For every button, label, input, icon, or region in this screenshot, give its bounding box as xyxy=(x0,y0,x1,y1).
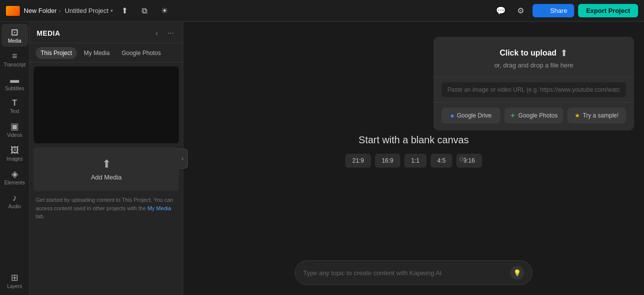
ar-btn-21-9[interactable]: 21:9 xyxy=(345,154,371,168)
upload-sources: ● Google Drive ✦ Google Photos ★ Try a s… xyxy=(433,103,634,130)
google-drive-label: Google Drive xyxy=(457,112,491,119)
upload-title: Click to upload xyxy=(500,49,557,58)
upload-drop-zone[interactable]: Click to upload ⬆ or, drag and drop a fi… xyxy=(433,37,634,77)
folder-name: New Folder xyxy=(24,7,56,14)
blank-canvas-cta: Start with a blank canvas 21:9 16:9 1:1 … xyxy=(345,134,482,168)
google-drive-icon: ● xyxy=(450,112,454,119)
media-panel-title: MEDIA xyxy=(37,29,60,37)
sidebar-item-subtitles[interactable]: ▬ Subtitles xyxy=(1,71,28,94)
ar-btn-4-5[interactable]: 4:5 xyxy=(430,154,453,168)
media-tabs: This Project My Media Google Photos xyxy=(30,43,183,62)
tab-this-project[interactable]: This Project xyxy=(36,47,77,59)
ai-prompt-icon[interactable]: 💡 xyxy=(510,266,524,280)
ar-btn-1-1[interactable]: 1:1 xyxy=(404,154,427,168)
header-actions: 💬 ⚙ 👤 Share Export Project xyxy=(493,3,638,19)
google-photos-button[interactable]: ✦ Google Photos xyxy=(504,108,563,123)
sidebar-item-audio[interactable]: ♪ Audio xyxy=(1,189,28,212)
google-drive-button[interactable]: ● Google Drive xyxy=(441,108,500,123)
settings-icon-button[interactable]: ⚙ xyxy=(513,3,529,19)
upload-title-row: Click to upload ⬆ xyxy=(500,48,568,59)
add-media-label: Add Media xyxy=(91,174,121,181)
sidebar-item-videos[interactable]: ▣ Videos xyxy=(1,118,28,141)
images-icon: 🖼 xyxy=(10,146,19,155)
media-help-text: Get started by uploading content to This… xyxy=(34,195,179,222)
blank-canvas-title: Start with a blank canvas xyxy=(345,134,482,146)
media-panel-header: MEDIA ‹ ··· xyxy=(30,22,183,43)
collapse-panel-button[interactable]: ‹ xyxy=(152,28,162,39)
sidebar-item-text[interactable]: T Text xyxy=(1,95,28,117)
project-chevron: ▾ xyxy=(110,8,113,13)
ai-prompt-input[interactable] xyxy=(303,269,505,277)
breadcrumb: New Folder › xyxy=(24,7,61,14)
export-button[interactable]: Export Project xyxy=(578,4,638,17)
sidebar-item-layers[interactable]: ⊞ Layers xyxy=(1,269,28,292)
audio-icon: ♪ xyxy=(12,193,17,202)
upload-icon: ⬆ xyxy=(560,48,568,59)
or-divider: or xyxy=(460,155,466,163)
sidebar-item-transcript[interactable]: ≡ Transcript xyxy=(1,48,28,70)
upload-panel: Click to upload ⬆ or, drag and drop a fi… xyxy=(433,37,634,130)
sidebar: ⊡ Media ≡ Transcript ▬ Subtitles T Text … xyxy=(0,22,30,295)
media-panel: MEDIA ‹ ··· This Project My Media Google… xyxy=(30,22,183,295)
comment-icon-button[interactable]: 💬 xyxy=(493,3,509,19)
project-name-area[interactable]: Untitled Project ▾ xyxy=(65,7,113,14)
canvas-area: Start with a blank canvas 21:9 16:9 1:1 … xyxy=(183,22,644,295)
media-panel-more-button[interactable]: ··· xyxy=(165,28,176,39)
panel-collapse-handle[interactable]: ‹ xyxy=(178,149,188,169)
tab-my-media[interactable]: My Media xyxy=(79,47,114,59)
sidebar-item-media[interactable]: ⊡ Media xyxy=(1,24,28,47)
subtitles-icon: ▬ xyxy=(10,75,19,84)
try-sample-label: Try a sample! xyxy=(583,112,618,119)
url-input-row xyxy=(433,77,634,103)
app-logo xyxy=(6,6,20,16)
media-content: ⬆ Add Media Get started by uploading con… xyxy=(30,62,183,295)
media-icon: ⊡ xyxy=(11,28,18,37)
layers-icon: ⊞ xyxy=(11,273,18,282)
share-button[interactable]: 👤 Share xyxy=(533,4,574,17)
theme-icon-button[interactable]: ☀ xyxy=(157,3,172,19)
transcript-icon: ≡ xyxy=(12,52,17,60)
tab-google-photos[interactable]: Google Photos xyxy=(116,47,165,59)
google-photos-icon: ✦ xyxy=(510,112,516,119)
videos-icon: ▣ xyxy=(10,122,19,131)
sample-icon: ★ xyxy=(575,112,580,119)
upload-subtitle: or, drag and drop a file here xyxy=(494,61,574,69)
main-body: ⊡ Media ≡ Transcript ▬ Subtitles T Text … xyxy=(0,22,644,295)
sidebar-item-elements[interactable]: ◈ Elements xyxy=(1,166,28,188)
top-header: New Folder › Untitled Project ▾ ⬆ ⧉ ☀ 💬 … xyxy=(0,0,644,22)
url-input[interactable] xyxy=(441,82,626,97)
try-sample-button[interactable]: ★ Try a sample! xyxy=(567,108,626,123)
share-icon: 👤 xyxy=(539,7,547,14)
ar-btn-16-9[interactable]: 16:9 xyxy=(375,154,400,168)
text-icon: T xyxy=(12,99,17,107)
storyboard-icon-button[interactable]: ⧉ xyxy=(137,3,153,19)
project-name: Untitled Project xyxy=(65,7,108,14)
ai-prompt-bar: 💡 xyxy=(295,260,533,285)
media-preview-area xyxy=(34,66,179,143)
google-photos-label: Google Photos xyxy=(518,112,557,119)
lightbulb-icon: 💡 xyxy=(513,269,521,277)
upload-icon-button[interactable]: ⬆ xyxy=(117,3,133,19)
add-media-button[interactable]: ⬆ Add Media xyxy=(34,147,179,191)
elements-icon: ◈ xyxy=(11,170,18,178)
add-media-icon: ⬆ xyxy=(102,158,111,171)
media-panel-actions: ‹ ··· xyxy=(152,28,176,39)
sidebar-item-images[interactable]: 🖼 Images xyxy=(1,142,28,165)
